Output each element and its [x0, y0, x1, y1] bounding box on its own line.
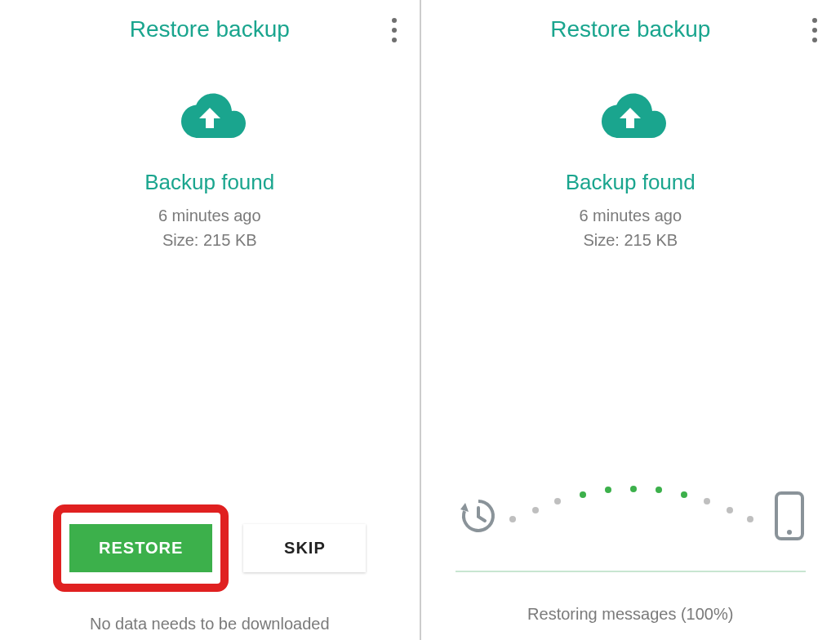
cloud-upload-icon	[593, 91, 667, 145]
backup-meta: 6 minutes ago Size: 215 KB	[0, 203, 420, 252]
backup-size: Size: 215 KB	[0, 228, 420, 252]
backup-status: Backup found	[421, 170, 841, 195]
page-title: Restore backup	[550, 16, 710, 42]
svg-point-1	[787, 530, 792, 535]
header: Restore backup	[421, 0, 841, 51]
skip-button[interactable]: SKIP	[243, 524, 366, 572]
backup-time: 6 minutes ago	[0, 203, 420, 228]
action-buttons: RESTORE SKIP	[0, 504, 420, 592]
backup-status: Backup found	[0, 170, 420, 195]
transfer-graphic	[456, 481, 807, 554]
footer-note: No data needs to be downloaded	[0, 615, 420, 640]
cloud-upload-icon	[173, 91, 247, 145]
backup-info: Backup found 6 minutes ago Size: 215 KB	[0, 91, 420, 252]
transfer-dots	[504, 481, 758, 538]
phone-icon	[773, 491, 806, 544]
progress-section: Restoring messages (100%)	[421, 481, 841, 640]
restore-panel-initial: Restore backup Backup found 6 minutes ag…	[0, 0, 420, 640]
progress-bar	[456, 571, 807, 572]
history-icon	[456, 495, 498, 540]
restore-panel-progress: Restore backup Backup found 6 minutes ag…	[421, 0, 841, 640]
page-title: Restore backup	[130, 16, 290, 42]
backup-info: Backup found 6 minutes ago Size: 215 KB	[421, 91, 841, 252]
more-options-icon[interactable]	[392, 18, 397, 42]
progress-text: Restoring messages (100%)	[456, 605, 807, 624]
backup-time: 6 minutes ago	[421, 203, 841, 228]
backup-size: Size: 215 KB	[421, 228, 841, 252]
more-options-icon[interactable]	[812, 18, 817, 42]
restore-highlight: RESTORE	[53, 504, 229, 592]
backup-meta: 6 minutes ago Size: 215 KB	[421, 203, 841, 252]
restore-button[interactable]: RESTORE	[69, 524, 212, 572]
header: Restore backup	[0, 0, 420, 51]
